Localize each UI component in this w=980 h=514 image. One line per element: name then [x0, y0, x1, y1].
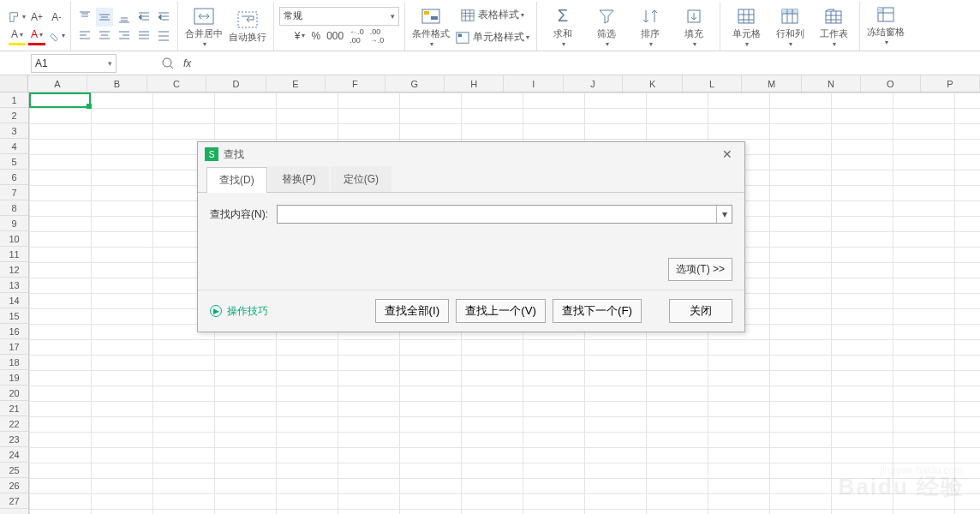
cell-style-button[interactable]: 单元格样式: [454, 27, 531, 49]
row-header[interactable]: 19: [0, 370, 28, 386]
column-header[interactable]: I: [504, 75, 563, 92]
row-header[interactable]: 8: [0, 200, 28, 216]
formula-input[interactable]: [198, 54, 980, 73]
justify-icon[interactable]: [135, 27, 152, 45]
dialog-titlebar[interactable]: S 查找 ✕: [198, 142, 744, 166]
row-header[interactable]: 4: [0, 139, 28, 154]
row-header[interactable]: 6: [0, 170, 28, 185]
row-header[interactable]: 15: [0, 308, 28, 324]
row-header[interactable]: 5: [0, 154, 28, 170]
comma-button[interactable]: 000: [325, 26, 345, 46]
column-header[interactable]: L: [683, 75, 742, 92]
conditional-format-button[interactable]: 条件格式: [410, 3, 451, 50]
select-all-corner[interactable]: [0, 75, 28, 92]
fill-button[interactable]: 填充: [673, 3, 714, 50]
font-color-icon[interactable]: A: [28, 27, 45, 45]
column-header[interactable]: N: [802, 75, 861, 92]
row-header[interactable]: 2: [0, 108, 28, 123]
decrease-indent-icon[interactable]: [135, 8, 152, 27]
editing-group: Σ求和 筛选 排序 填充: [537, 2, 720, 51]
column-header[interactable]: B: [87, 75, 146, 92]
row-header[interactable]: 21: [0, 401, 28, 416]
row-header[interactable]: 26: [0, 478, 28, 493]
find-all-button[interactable]: 查找全部(I): [375, 299, 450, 323]
align-right-icon[interactable]: [116, 27, 133, 45]
row-header[interactable]: 24: [0, 447, 28, 463]
currency-button[interactable]: ¥: [293, 26, 308, 46]
row-header[interactable]: 17: [0, 339, 28, 355]
highlight-color-icon[interactable]: A: [9, 27, 26, 45]
svg-rect-5: [462, 9, 474, 20]
distribute-icon[interactable]: [155, 27, 172, 45]
row-header[interactable]: 10: [0, 231, 28, 247]
number-format-combo[interactable]: 常规▾: [279, 7, 399, 26]
wrap-text-button[interactable]: 自动换行: [227, 7, 268, 45]
row-header[interactable]: 9: [0, 216, 28, 231]
decrease-font-icon[interactable]: A-: [48, 8, 65, 27]
row-header[interactable]: 14: [0, 293, 28, 308]
find-history-dropdown[interactable]: ▾: [716, 206, 732, 223]
clear-format-icon[interactable]: [48, 27, 65, 45]
increase-font-icon[interactable]: A+: [28, 8, 45, 27]
row-header[interactable]: 23: [0, 432, 28, 447]
name-box[interactable]: A1▾: [31, 54, 117, 73]
row-header[interactable]: 22: [0, 416, 28, 432]
row-header[interactable]: 16: [0, 324, 28, 339]
column-header[interactable]: C: [147, 75, 206, 92]
table-style-button[interactable]: 表格样式: [454, 4, 531, 27]
percent-button[interactable]: %: [309, 26, 322, 46]
find-prev-button[interactable]: 查找上一个(V): [456, 299, 546, 323]
column-header[interactable]: O: [861, 75, 920, 92]
format-painter-icon[interactable]: [9, 8, 26, 27]
fx-label[interactable]: fx: [183, 57, 191, 69]
row-header[interactable]: 11: [0, 247, 28, 262]
row-header[interactable]: 7: [0, 185, 28, 200]
options-button[interactable]: 选项(T) >>: [668, 258, 732, 281]
row-header[interactable]: 25: [0, 463, 28, 478]
ribbon-toolbar: A+ A- A A 合并居中: [0, 0, 980, 51]
worksheet-button[interactable]: 工作表: [813, 3, 854, 50]
column-header[interactable]: E: [266, 75, 326, 92]
align-middle-icon[interactable]: [96, 8, 113, 27]
row-header[interactable]: 12: [0, 262, 28, 278]
align-center-icon[interactable]: [96, 27, 113, 45]
sort-button[interactable]: 排序: [630, 3, 671, 50]
column-header[interactable]: D: [206, 75, 266, 92]
decrease-decimal-button[interactable]: ←.0.00: [348, 26, 366, 46]
row-header[interactable]: 1: [0, 93, 28, 108]
column-header[interactable]: K: [623, 75, 682, 92]
column-header[interactable]: M: [742, 75, 801, 92]
align-left-icon[interactable]: [76, 27, 93, 45]
rowcol-button[interactable]: 行和列: [769, 3, 810, 50]
align-top-icon[interactable]: [76, 8, 93, 27]
close-button[interactable]: 关闭: [669, 299, 732, 323]
cell-button[interactable]: 单元格: [726, 3, 767, 50]
column-header[interactable]: A: [28, 75, 87, 92]
row-header[interactable]: 27: [0, 493, 28, 509]
find-dialog: S 查找 ✕ 查找(D) 替换(P) 定位(G) 查找内容(N): ▾ 选项(T…: [197, 141, 745, 332]
column-header[interactable]: H: [445, 75, 504, 92]
tab-replace[interactable]: 替换(P): [269, 166, 329, 192]
row-header[interactable]: 13: [0, 278, 28, 293]
column-header[interactable]: F: [326, 75, 385, 92]
dialog-close-icon[interactable]: ✕: [717, 147, 738, 161]
filter-button[interactable]: 筛选: [586, 3, 627, 50]
row-header[interactable]: 3: [0, 123, 28, 139]
column-header[interactable]: J: [564, 75, 623, 92]
row-header[interactable]: 18: [0, 355, 28, 370]
merge-cells-button[interactable]: 合并居中: [183, 3, 224, 50]
sum-button[interactable]: Σ求和: [542, 3, 583, 50]
increase-decimal-button[interactable]: .00→.0: [368, 26, 386, 46]
freeze-panes-button[interactable]: 冻结窗格: [865, 2, 906, 48]
find-content-input[interactable]: [277, 205, 732, 224]
tab-find[interactable]: 查找(D): [206, 167, 267, 193]
align-bottom-icon[interactable]: [116, 8, 133, 27]
find-next-button[interactable]: 查找下一个(F): [553, 299, 642, 323]
zoom-icon[interactable]: [159, 57, 176, 69]
column-header[interactable]: G: [385, 75, 445, 92]
tips-link[interactable]: 操作技巧: [210, 304, 268, 319]
column-header[interactable]: P: [921, 75, 980, 92]
tab-goto[interactable]: 定位(G): [331, 166, 391, 192]
row-header[interactable]: 20: [0, 386, 28, 401]
increase-indent-icon[interactable]: [155, 8, 172, 27]
